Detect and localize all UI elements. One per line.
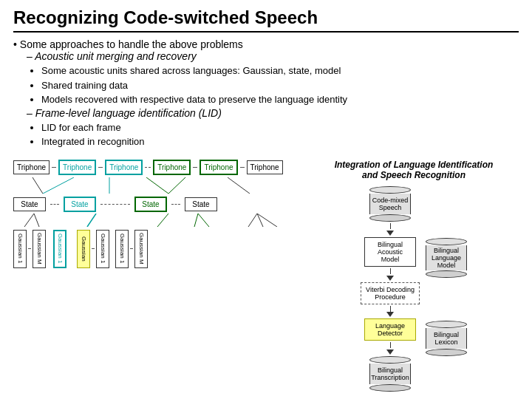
svg-line-7 (34, 214, 39, 227)
right-title: Integration of Language Identification a… (309, 160, 519, 180)
left-diagram: Triphone Triphone Triphone Triphone Trip… (13, 160, 301, 392)
triphone-box-3: Triphone (105, 160, 143, 175)
bilingual-lm-node: Bilingual Language Model (426, 238, 467, 278)
sub-item-2-2: Integrated in recognition (41, 134, 519, 149)
state-box-3: State (134, 197, 167, 212)
page-title: Recognizing Code-switched Speech (13, 7, 519, 33)
bilingual-lm-label: Bilingual Language Model (426, 245, 467, 270)
sub-list-2: LID for each frame Integrated in recogni… (41, 120, 519, 149)
bullet-main: • Some approaches to handle the above pr… (13, 38, 519, 50)
triphone-box-1: Triphone (13, 160, 50, 174)
bilingual-lexicon-label: Bilingual Lexicon (426, 328, 467, 349)
triphone-box-6: Triphone (247, 160, 283, 174)
bilingual-transcription-node: Bilingual Transcription (369, 356, 411, 392)
state-box-4: State (185, 197, 217, 211)
svg-line-11 (198, 214, 209, 227)
gauss-4: Gaussian (77, 230, 90, 268)
state-box-2: State (64, 197, 96, 212)
sub-item-1-2: Shared training data (41, 78, 519, 93)
dot-line (52, 167, 56, 168)
connector-lines-2 (13, 214, 300, 227)
connector-lines (13, 177, 300, 194)
svg-line-5 (228, 177, 250, 194)
svg-line-4 (168, 177, 185, 194)
svg-line-8 (87, 214, 96, 227)
state-box-1: State (13, 197, 46, 211)
codemixed-speech-label: Code-mixed Speech (369, 194, 411, 214)
svg-line-10 (194, 214, 198, 227)
bullet-section: • Some approaches to handle the above pr… (13, 38, 519, 149)
svg-line-12 (248, 214, 257, 227)
dash-item-1: – Acoustic unit merging and recovery (27, 50, 519, 62)
sub-list-1: Some acoustic units shared across langua… (41, 64, 519, 107)
gauss-2: Gaussian M (33, 230, 46, 268)
bilingual-lexicon-node: Bilingual Lexicon (426, 321, 467, 356)
right-diagram: Integration of Language Identification a… (309, 160, 519, 392)
language-detector-node: Language Detector (364, 318, 416, 341)
gauss-6: Gaussian 1 (115, 230, 129, 268)
sub-item-1-3: Models recovered with respective data to… (41, 92, 519, 107)
sub-item-2-1: LID for each frame (41, 120, 519, 135)
gauss-3: Gaussian 1 (53, 230, 66, 268)
bilingual-acoustic-node: Bilingual Acoustic Model (364, 237, 416, 267)
triphone-box-5: Triphone (200, 160, 237, 175)
dash-item-2: – Frame-level language identification (L… (27, 107, 519, 119)
main-page: Recognizing Code-switched Speech • Some … (0, 0, 532, 399)
triphone-box-2: Triphone (58, 160, 96, 175)
sub-item-1-1: Some acoustic units shared across langua… (41, 64, 519, 78)
svg-line-1 (43, 177, 74, 194)
svg-line-3 (146, 177, 168, 194)
codemixed-speech-node: Code-mixed Speech (369, 186, 411, 222)
viterbi-node: Viterbi Decoding Procedure (361, 282, 420, 304)
gauss-7: Gaussian M (134, 230, 148, 268)
svg-line-6 (24, 214, 34, 227)
gauss-5: Gaussian 1 (96, 230, 109, 268)
svg-line-0 (33, 177, 43, 194)
svg-line-9 (157, 214, 168, 227)
triphone-box-4: Triphone (153, 160, 191, 175)
bilingual-transcription-label: Bilingual Transcription (369, 364, 411, 384)
gauss-1: Gaussian 1 (13, 230, 27, 268)
diagram-area: Triphone Triphone Triphone Triphone Trip… (13, 160, 519, 392)
